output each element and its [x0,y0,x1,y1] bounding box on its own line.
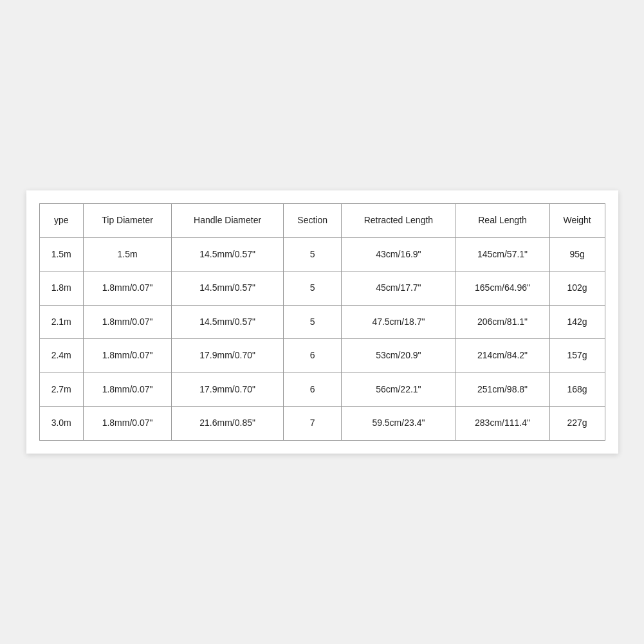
cell-r5-c0: 3.0m [39,407,83,441]
cell-r3-c5: 214cm/84.2" [455,339,549,373]
cell-r3-c1: 1.8mm/0.07" [83,339,171,373]
cell-r1-c4: 45cm/17.7" [342,271,455,306]
cell-r3-c3: 6 [283,339,342,373]
cell-r0-c0: 1.5m [39,237,83,271]
cell-r0-c5: 145cm/57.1" [455,237,549,271]
cell-r1-c5: 165cm/64.96" [455,271,549,306]
cell-r4-c5: 251cm/98.8" [455,373,549,407]
cell-r1-c2: 14.5mm/0.57" [172,271,284,306]
cell-r4-c3: 6 [283,373,342,407]
cell-r1-c1: 1.8mm/0.07" [83,271,171,306]
cell-r2-c3: 5 [283,305,342,339]
cell-r1-c6: 102g [549,271,605,306]
table-body: 1.5m1.5m14.5mm/0.57"543cm/16.9"145cm/57.… [39,237,605,441]
cell-r4-c1: 1.8mm/0.07" [83,373,171,407]
table-row: 2.1m1.8mm/0.07"14.5mm/0.57"547.5cm/18.7"… [39,305,605,339]
cell-r2-c2: 14.5mm/0.57" [172,305,284,339]
cell-r5-c6: 227g [549,407,605,441]
col-header-6: Weight [549,203,605,237]
cell-r0-c3: 5 [283,237,342,271]
cell-r2-c6: 142g [549,305,605,339]
cell-r1-c3: 5 [283,271,342,306]
cell-r4-c2: 17.9mm/0.70" [172,373,284,407]
col-header-2: Handle Diameter [172,203,284,237]
cell-r5-c4: 59.5cm/23.4" [342,407,455,441]
cell-r3-c6: 157g [549,339,605,373]
cell-r2-c4: 47.5cm/18.7" [342,305,455,339]
cell-r5-c3: 7 [283,407,342,441]
cell-r3-c4: 53cm/20.9" [342,339,455,373]
table-row: 2.4m1.8mm/0.07"17.9mm/0.70"653cm/20.9"21… [39,339,605,373]
cell-r4-c0: 2.7m [39,373,83,407]
cell-r2-c1: 1.8mm/0.07" [83,305,171,339]
table-card: ypeTip DiameterHandle DiameterSectionRet… [26,190,618,454]
col-header-0: ype [39,203,83,237]
cell-r2-c0: 2.1m [39,305,83,339]
cell-r3-c0: 2.4m [39,339,83,373]
table-row: 2.7m1.8mm/0.07"17.9mm/0.70"656cm/22.1"25… [39,373,605,407]
cell-r0-c6: 95g [549,237,605,271]
col-header-3: Section [283,203,342,237]
cell-r0-c1: 1.5m [83,237,171,271]
specs-table: ypeTip DiameterHandle DiameterSectionRet… [39,203,605,441]
cell-r0-c2: 14.5mm/0.57" [172,237,284,271]
cell-r5-c5: 283cm/111.4" [455,407,549,441]
cell-r3-c2: 17.9mm/0.70" [172,339,284,373]
cell-r4-c6: 168g [549,373,605,407]
table-row: 1.8m1.8mm/0.07"14.5mm/0.57"545cm/17.7"16… [39,271,605,306]
cell-r0-c4: 43cm/16.9" [342,237,455,271]
cell-r2-c5: 206cm/81.1" [455,305,549,339]
header-row: ypeTip DiameterHandle DiameterSectionRet… [39,203,605,237]
cell-r5-c1: 1.8mm/0.07" [83,407,171,441]
cell-r1-c0: 1.8m [39,271,83,306]
col-header-4: Retracted Length [342,203,455,237]
cell-r5-c2: 21.6mm/0.85" [172,407,284,441]
cell-r4-c4: 56cm/22.1" [342,373,455,407]
col-header-1: Tip Diameter [83,203,171,237]
col-header-5: Real Length [455,203,549,237]
table-row: 3.0m1.8mm/0.07"21.6mm/0.85"759.5cm/23.4"… [39,407,605,441]
table-row: 1.5m1.5m14.5mm/0.57"543cm/16.9"145cm/57.… [39,237,605,271]
